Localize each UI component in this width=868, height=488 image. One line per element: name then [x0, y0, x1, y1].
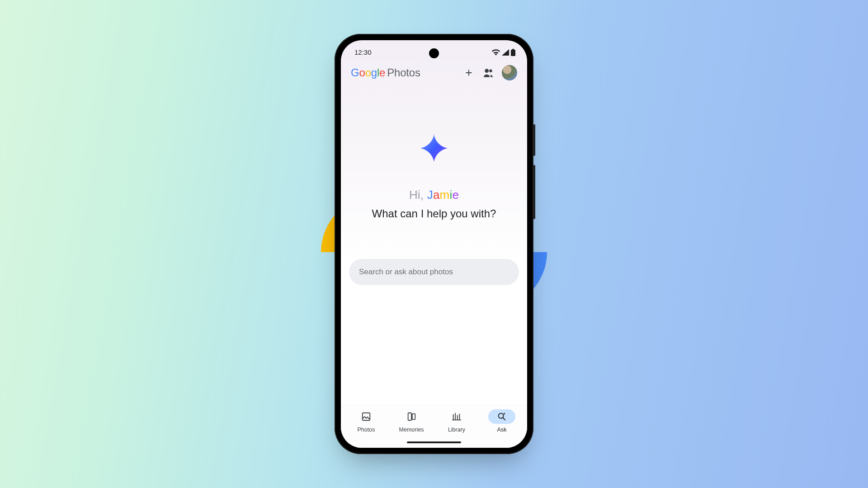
google-wordmark: Google	[351, 66, 385, 79]
photo-icon	[361, 412, 371, 422]
promo-canvas: 12:30 Google Photos	[0, 0, 868, 488]
ask-hero: Hi, Jamie What can I help you with?	[341, 84, 527, 220]
ask-sparkle-search-icon	[497, 412, 507, 422]
phone-screen: 12:30 Google Photos	[341, 40, 527, 448]
memories-icon	[406, 412, 416, 422]
battery-icon	[511, 49, 515, 56]
greeting-prompt: What can I help you with?	[341, 207, 527, 220]
gesture-bar	[407, 441, 461, 443]
add-button[interactable]	[462, 66, 476, 80]
nav-label: Photos	[358, 427, 375, 433]
app-name: Photos	[387, 66, 420, 79]
svg-point-5	[499, 413, 504, 418]
svg-rect-0	[511, 50, 515, 56]
svg-rect-4	[412, 414, 415, 420]
account-avatar[interactable]	[502, 65, 517, 80]
svg-rect-3	[408, 413, 411, 421]
plus-icon	[464, 68, 474, 78]
wifi-icon	[492, 49, 500, 56]
gemini-sparkle-icon	[420, 134, 448, 163]
nav-label: Memories	[399, 427, 424, 433]
greeting: Hi, Jamie	[341, 188, 527, 202]
phone-side-button	[533, 165, 535, 219]
nav-ask[interactable]: Ask	[479, 409, 524, 433]
phone-frame: 12:30 Google Photos	[335, 34, 533, 454]
ask-search-input[interactable]: Search or ask about photos	[349, 259, 519, 285]
nav-label: Ask	[497, 427, 507, 433]
library-icon	[452, 412, 462, 422]
svg-rect-1	[512, 49, 514, 50]
phone-side-button	[533, 124, 535, 156]
sharing-button[interactable]	[482, 66, 495, 80]
nav-library[interactable]: Library	[434, 409, 479, 433]
cellular-icon	[502, 49, 509, 56]
people-icon	[483, 68, 495, 78]
svg-rect-2	[363, 413, 370, 421]
greeting-name: Jamie	[427, 188, 459, 202]
search-placeholder: Search or ask about photos	[359, 267, 453, 277]
status-time: 12:30	[354, 48, 372, 56]
app-brand: Google Photos	[351, 66, 420, 79]
greeting-prefix: Hi,	[409, 188, 427, 202]
camera-hole-icon	[429, 48, 439, 58]
nav-photos[interactable]: Photos	[344, 409, 389, 433]
nav-memories[interactable]: Memories	[389, 409, 434, 433]
app-bar: Google Photos	[341, 59, 527, 84]
nav-label: Library	[448, 427, 465, 433]
